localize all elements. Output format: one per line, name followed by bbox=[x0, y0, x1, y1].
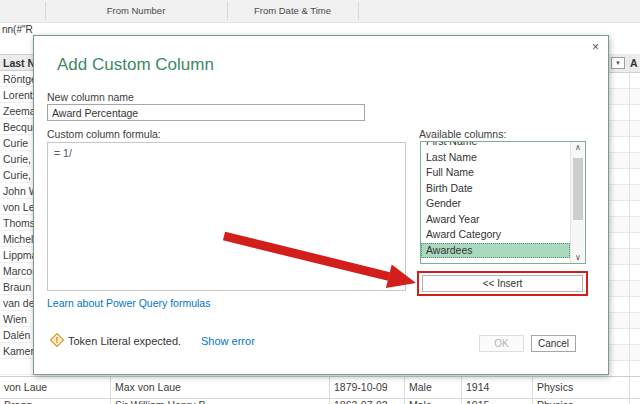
table-row: Marconi bbox=[0, 263, 33, 279]
list-item-first-name[interactable]: First Name bbox=[421, 141, 585, 150]
list-item-award-year[interactable]: Award Year bbox=[421, 212, 585, 228]
list-item-gender[interactable]: Gender bbox=[421, 196, 585, 212]
table-row: Michelso bbox=[0, 231, 33, 247]
warning-icon: ! bbox=[50, 333, 64, 347]
table-row: Braun bbox=[0, 279, 33, 295]
background-table-left-column: Last Name Röntgen Lorentz Zeeman Becquer… bbox=[0, 54, 33, 375]
add-custom-column-dialog: × Add Custom Column New column name Cust… bbox=[33, 35, 609, 375]
table-row bbox=[609, 89, 640, 105]
column-header-label-fragment: A bbox=[630, 57, 638, 69]
background-table-right-sliver: ▼ A bbox=[609, 54, 640, 375]
table-row bbox=[609, 281, 640, 297]
columns-list: First Name Last Name Full Name Birth Dat… bbox=[421, 141, 585, 258]
table-row bbox=[609, 345, 640, 361]
cell-birth-date: 1862-07-02 bbox=[330, 399, 405, 404]
annotation-highlight-box bbox=[417, 271, 588, 296]
table-row: Röntgen bbox=[0, 71, 33, 87]
table-row: Becquer bbox=[0, 119, 33, 135]
cell-empty bbox=[630, 399, 640, 404]
new-column-name-label: New column name bbox=[47, 91, 134, 103]
column-header-partial: ▼ A bbox=[609, 54, 640, 73]
new-column-name-input[interactable] bbox=[47, 104, 365, 121]
table-row bbox=[609, 169, 640, 185]
cell-award-category: Physics bbox=[533, 399, 630, 404]
error-message: Token Literal expected. bbox=[68, 335, 181, 347]
table-row-empty bbox=[0, 359, 33, 375]
table-row: Lorentz bbox=[0, 87, 33, 103]
available-columns-label: Available columns: bbox=[419, 128, 506, 140]
cell-last-name: von Laue bbox=[0, 377, 111, 398]
cell-award-category: Physics bbox=[533, 377, 630, 398]
available-columns-listbox: First Name Last Name Full Name Birth Dat… bbox=[420, 141, 586, 264]
column-header-last-name: Last Name bbox=[0, 54, 33, 71]
formula-bar-fragment: nn(#"Re bbox=[2, 24, 33, 36]
cell-full-name: Max von Laue bbox=[111, 377, 330, 398]
cell-gender: Male bbox=[405, 377, 462, 398]
filter-dropdown-icon[interactable]: ▼ bbox=[611, 57, 625, 69]
cell-empty bbox=[630, 377, 640, 398]
power-query-window: From Number From Date & Time nn(#"Re Las… bbox=[0, 0, 640, 404]
scroll-up-icon[interactable]: ∧ bbox=[571, 143, 585, 152]
table-row: von Lena bbox=[0, 199, 33, 215]
ribbon-group-from-date-time: From Date & Time bbox=[227, 5, 358, 16]
table-row: John W bbox=[0, 183, 33, 199]
table-row: Curie bbox=[0, 135, 33, 151]
table-row bbox=[609, 73, 640, 89]
table-row: Wien bbox=[0, 311, 33, 327]
table-row-partial: Bragg Sir William Henry B 1862-07-02 Mal… bbox=[0, 399, 640, 404]
table-row bbox=[609, 249, 640, 265]
table-row bbox=[609, 297, 640, 313]
table-row: Curie, né bbox=[0, 151, 33, 167]
table-row bbox=[609, 201, 640, 217]
table-row bbox=[609, 185, 640, 201]
close-icon[interactable]: × bbox=[592, 40, 599, 54]
learn-formulas-link[interactable]: Learn about Power Query formulas bbox=[47, 297, 210, 309]
custom-formula-textarea[interactable]: = 1/ bbox=[47, 142, 406, 291]
ok-button[interactable]: OK bbox=[479, 335, 524, 352]
cancel-button[interactable]: Cancel bbox=[531, 335, 576, 352]
cell-award-year: 1914 bbox=[462, 377, 533, 398]
table-row: Zeeman bbox=[0, 103, 33, 119]
cell-gender: Male bbox=[405, 399, 462, 404]
list-item-birth-date[interactable]: Birth Date bbox=[421, 181, 585, 197]
list-item-last-name[interactable]: Last Name bbox=[421, 150, 585, 166]
background-table-bottom-rows: von Laue Max von Laue 1879-10-09 Male 19… bbox=[0, 376, 640, 404]
table-row bbox=[609, 265, 640, 281]
svg-text:!: ! bbox=[56, 335, 59, 345]
cell-birth-date: 1879-10-09 bbox=[330, 377, 405, 398]
cell-last-name: Bragg bbox=[0, 399, 111, 404]
table-row: Curie, né bbox=[0, 167, 33, 183]
formula-label: Custom column formula: bbox=[47, 128, 161, 140]
listbox-scrollbar[interactable]: ∧ ∨ bbox=[570, 142, 585, 263]
table-row bbox=[609, 361, 640, 375]
grid-line bbox=[629, 54, 630, 375]
dialog-title: Add Custom Column bbox=[57, 55, 214, 75]
table-row: Dalén bbox=[0, 327, 33, 343]
list-item-award-category[interactable]: Award Category bbox=[421, 227, 585, 243]
table-row: Lippman bbox=[0, 247, 33, 263]
scrollbar-thumb[interactable] bbox=[573, 158, 583, 220]
table-row bbox=[609, 153, 640, 169]
ribbon-group-from-number: From Number bbox=[45, 5, 227, 16]
table-row bbox=[609, 121, 640, 137]
table-row bbox=[609, 233, 640, 249]
table-row bbox=[609, 137, 640, 153]
table-row bbox=[609, 329, 640, 345]
list-item-awardees-selected[interactable]: Awardees bbox=[421, 243, 570, 259]
table-row bbox=[609, 105, 640, 121]
show-error-link[interactable]: Show error bbox=[201, 335, 255, 347]
table-row bbox=[609, 313, 640, 329]
cell-full-name: Sir William Henry B bbox=[111, 399, 330, 404]
table-row: von Laue Max von Laue 1879-10-09 Male 19… bbox=[0, 376, 640, 399]
table-row: Thomson bbox=[0, 215, 33, 231]
table-row bbox=[609, 217, 640, 233]
ribbon-strip: From Number From Date & Time bbox=[0, 0, 640, 23]
cell-award-year: 1915 bbox=[462, 399, 533, 404]
table-row: van der bbox=[0, 295, 33, 311]
list-item-full-name[interactable]: Full Name bbox=[421, 165, 585, 181]
ribbon-separator bbox=[358, 2, 359, 20]
table-row: Kamerlin bbox=[0, 343, 33, 359]
scroll-down-icon[interactable]: ∨ bbox=[571, 253, 585, 262]
